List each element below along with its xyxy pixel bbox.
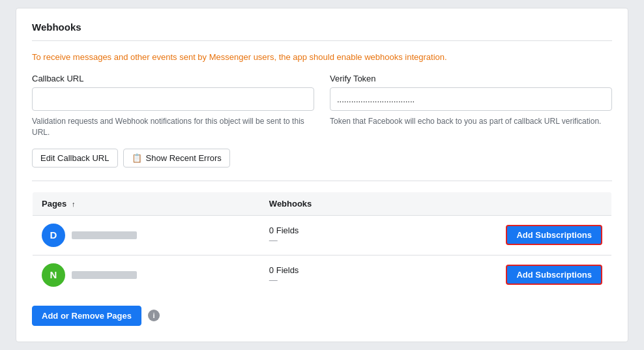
callback-url-group: Callback URL — [32, 74, 314, 111]
verify-token-input[interactable] — [330, 87, 612, 111]
webhooks-cell-2: 0 Fields — — [260, 255, 382, 295]
add-subscriptions-button-2[interactable]: Add Subscriptions — [506, 265, 602, 285]
fields-row: Callback URL Verify Token — [32, 74, 612, 111]
clipboard-icon: 📋 — [132, 153, 142, 163]
table-header-row: Pages ↑ Webhooks — [33, 192, 612, 215]
verify-token-group: Verify Token — [330, 74, 612, 111]
add-subscriptions-button-1[interactable]: Add Subscriptions — [506, 225, 602, 245]
callback-url-label: Callback URL — [32, 74, 314, 83]
add-remove-pages-button[interactable]: Add or Remove Pages — [32, 306, 141, 326]
info-icon[interactable]: i — [148, 310, 160, 321]
panel-title: Webhooks — [32, 22, 612, 41]
table-row: N 0 Fields — Add Subscriptions — [33, 255, 612, 295]
webhooks-cell-1: 0 Fields — — [260, 215, 382, 255]
callback-url-input[interactable] — [32, 87, 314, 111]
edit-callback-button[interactable]: Edit Callback URL — [32, 149, 118, 168]
action-cell-1: Add Subscriptions — [382, 215, 611, 255]
dash-1: — — [269, 235, 373, 245]
sort-arrow-icon: ↑ — [72, 200, 76, 208]
col-webhooks-header: Webhooks — [260, 192, 382, 215]
col-action-header — [382, 192, 611, 215]
action-buttons-row: Edit Callback URL 📋 Show Recent Errors — [32, 149, 612, 168]
callback-hint: Validation requests and Webhook notifica… — [32, 116, 314, 138]
page-info-1: D — [42, 224, 251, 247]
info-message: To receive messages and other events sen… — [32, 51, 612, 63]
col-pages-header: Pages ↑ — [33, 192, 260, 215]
page-info-2: N — [42, 263, 251, 287]
webhooks-panel: Webhooks To receive messages and other e… — [16, 8, 628, 342]
edit-callback-label: Edit Callback URL — [40, 153, 110, 163]
page-name-2 — [72, 271, 137, 279]
avatar-n: N — [42, 263, 65, 287]
section-divider — [32, 181, 612, 181]
hints-row: Validation requests and Webhook notifica… — [32, 116, 612, 138]
pages-table: Pages ↑ Webhooks D 0 Fields — — [32, 192, 612, 295]
avatar-d: D — [42, 224, 65, 247]
bottom-row: Add or Remove Pages i — [32, 306, 612, 326]
fields-count-2: 0 Fields — [269, 265, 373, 275]
dash-2: — — [269, 275, 373, 285]
verify-token-label: Verify Token — [330, 74, 612, 83]
page-cell-2: N — [33, 255, 260, 295]
show-errors-label: Show Recent Errors — [146, 153, 222, 163]
token-hint: Token that Facebook will echo back to yo… — [330, 116, 612, 138]
table-row: D 0 Fields — Add Subscriptions — [33, 215, 612, 255]
show-errors-button[interactable]: 📋 Show Recent Errors — [123, 149, 230, 168]
page-cell-1: D — [33, 215, 260, 255]
action-cell-2: Add Subscriptions — [382, 255, 611, 295]
fields-count-1: 0 Fields — [269, 226, 373, 235]
page-name-1 — [72, 231, 137, 239]
